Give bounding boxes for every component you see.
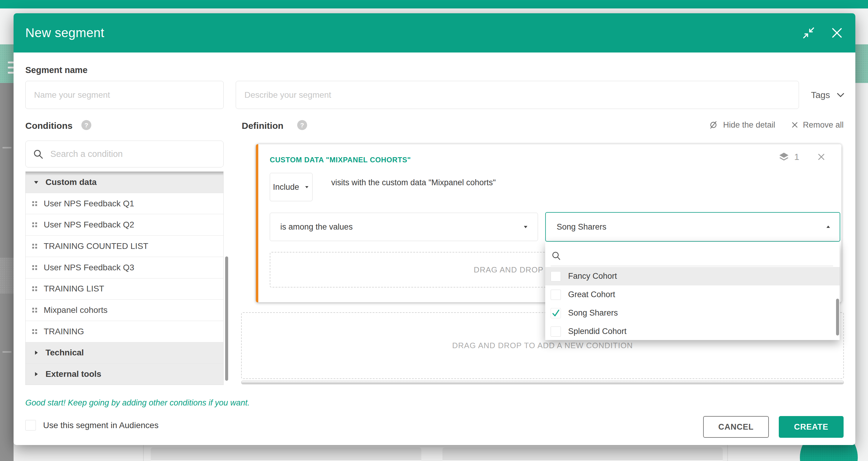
condition-search-input[interactable] — [50, 149, 216, 159]
condition-item-label: Mixpanel cohorts — [44, 305, 107, 315]
caret-down-icon — [304, 184, 310, 190]
dropdown-option-splendid-cohort[interactable]: Splendid Cohort — [545, 322, 840, 341]
drag-handle-icon[interactable] — [32, 329, 37, 334]
condition-item[interactable]: Mixpanel cohorts — [26, 299, 223, 321]
group-label: External tools — [45, 369, 101, 379]
caret-up-icon — [825, 224, 831, 230]
triangle-right-icon — [33, 371, 39, 377]
remove-all-icon — [791, 121, 799, 129]
search-icon — [551, 251, 561, 261]
close-icon[interactable] — [831, 27, 843, 39]
segment-description-input[interactable] — [236, 81, 799, 109]
chevron-down-icon — [836, 90, 845, 99]
definition-actions: Hide the detail Remove all — [708, 119, 844, 130]
dropdown-option-fancy-cohort[interactable]: Fancy Cohort — [545, 267, 840, 285]
help-icon[interactable]: ? — [82, 120, 91, 130]
value-dropdown-panel: Fancy Cohort Great Cohort Song Sharers — [545, 242, 840, 340]
sidebar-separator — [2, 351, 11, 353]
include-select[interactable]: Include — [270, 173, 313, 201]
modal-title: New segment — [25, 26, 104, 40]
condition-item[interactable]: TRAINING COUNTED LIST — [26, 235, 223, 257]
hide-detail-label: Hide the detail — [723, 120, 775, 130]
conditions-list: Custom data User NPS Feedback Q1 User NP… — [25, 171, 224, 385]
checkbox-unchecked[interactable] — [551, 326, 561, 337]
remove-all-button[interactable]: Remove all — [791, 120, 844, 130]
condition-item-label: User NPS Feedback Q2 — [44, 220, 134, 230]
caret-down-icon — [523, 224, 529, 230]
condition-group-technical[interactable]: Technical — [26, 342, 223, 364]
drag-handle-icon[interactable] — [32, 308, 37, 313]
condition-item-label: TRAINING — [44, 327, 84, 337]
audiences-option: Use this segment in Audiences — [25, 420, 158, 431]
search-icon — [33, 149, 44, 160]
definition-horizontal-scrollbar[interactable] — [241, 380, 844, 384]
checkbox-checked[interactable] — [551, 308, 561, 318]
app-sidebar-dimmed — [0, 83, 13, 461]
drag-handle-icon[interactable] — [32, 244, 37, 249]
layers-icon[interactable] — [778, 151, 789, 162]
cancel-button[interactable]: CANCEL — [703, 416, 769, 438]
operator-value: is among the values — [280, 222, 523, 232]
audiences-label: Use this segment in Audiences — [43, 421, 158, 430]
create-button[interactable]: CREATE — [779, 416, 844, 438]
modal-header: New segment — [13, 13, 855, 53]
sidebar-active-item — [0, 258, 13, 293]
app-content-dimmed — [13, 445, 855, 461]
condition-item[interactable]: TRAINING LIST — [26, 278, 223, 299]
value-select[interactable]: Song Sharers — [545, 212, 840, 242]
condition-item[interactable]: User NPS Feedback Q2 — [26, 214, 223, 235]
collapse-icon[interactable] — [802, 27, 815, 39]
condition-search — [25, 141, 224, 168]
condition-group-custom-data[interactable]: Custom data — [26, 172, 223, 193]
layers-count: 1 — [794, 152, 799, 162]
operator-select[interactable]: is among the values — [270, 213, 538, 241]
drag-handle-icon[interactable] — [32, 201, 37, 206]
condition-item-label: TRAINING LIST — [44, 284, 104, 293]
condition-card-tools: 1 — [778, 151, 826, 162]
conditions-scrollbar[interactable] — [225, 256, 228, 381]
dropdown-option-song-sharers[interactable]: Song Sharers — [545, 304, 840, 322]
segment-name-input[interactable] — [25, 81, 224, 109]
hide-detail-icon — [708, 119, 719, 130]
checkbox-unchecked[interactable] — [551, 290, 561, 300]
condition-card-title: CUSTOM DATA "MIXPANEL COHORTS" — [270, 156, 411, 164]
hide-detail-button[interactable]: Hide the detail — [708, 119, 775, 130]
close-icon[interactable] — [817, 152, 826, 162]
condition-item[interactable]: User NPS Feedback Q1 — [26, 193, 223, 214]
condition-group-external-tools[interactable]: External tools — [26, 363, 223, 385]
include-value: Include — [273, 182, 299, 192]
drag-handle-icon[interactable] — [32, 286, 37, 291]
sidebar-separator — [2, 147, 11, 148]
background-panel — [442, 448, 723, 461]
drop-zone-new-label: DRAG AND DROP TO ADD A NEW CONDITION — [452, 341, 632, 350]
condition-item[interactable]: User NPS Feedback Q3 — [26, 257, 223, 278]
dropdown-option-great-cohort[interactable]: Great Cohort — [545, 285, 840, 304]
option-label: Fancy Cohort — [568, 271, 617, 281]
definition-title: Definition — [242, 121, 283, 131]
segment-name-label: Segment name — [25, 65, 87, 75]
tags-label: Tags — [811, 90, 830, 100]
dropdown-scrollbar[interactable] — [836, 299, 839, 336]
condition-item[interactable]: TRAINING — [26, 321, 223, 342]
remove-all-label: Remove all — [803, 120, 844, 130]
drag-handle-icon[interactable] — [32, 222, 37, 227]
option-label: Splendid Cohort — [568, 327, 627, 336]
condition-item-label: User NPS Feedback Q3 — [44, 263, 134, 272]
option-label: Song Sharers — [568, 308, 618, 318]
dropdown-search — [551, 247, 832, 265]
checkbox-unchecked[interactable] — [551, 271, 561, 282]
group-label: Technical — [45, 348, 84, 357]
audiences-checkbox[interactable] — [25, 420, 36, 431]
condition-description: visits with the custom data "Mixpanel co… — [331, 178, 496, 188]
menu-icon[interactable] — [8, 62, 14, 77]
condition-item-label: User NPS Feedback Q1 — [44, 199, 134, 208]
tags-dropdown[interactable]: Tags — [811, 81, 845, 109]
dropdown-search-input[interactable] — [567, 251, 832, 261]
option-label: Great Cohort — [568, 290, 615, 299]
triangle-down-icon — [33, 179, 39, 185]
triangle-right-icon — [33, 350, 39, 355]
content-divider — [143, 445, 144, 461]
drag-handle-icon[interactable] — [32, 265, 37, 270]
check-icon — [551, 308, 561, 318]
help-icon[interactable]: ? — [297, 120, 307, 130]
